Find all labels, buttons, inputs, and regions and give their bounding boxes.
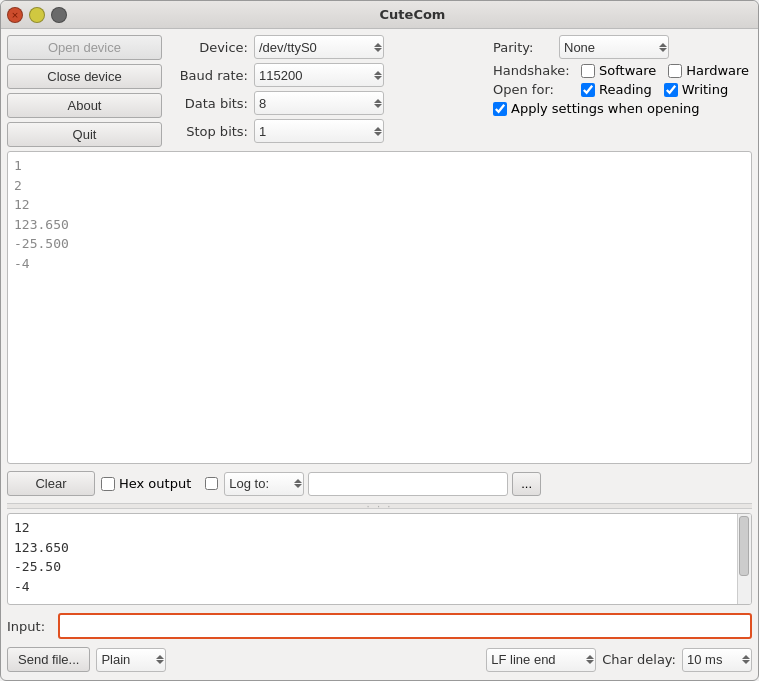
apply-row: Apply settings when opening — [493, 101, 752, 116]
scrollbar-track — [737, 514, 751, 604]
output-area[interactable]: 1212123.650-25.500-4 — [7, 151, 752, 464]
log-to-select[interactable]: Log to: — [224, 472, 304, 496]
output-line: 123.650 — [14, 215, 745, 235]
stopbits-select[interactable]: 1 — [254, 119, 384, 143]
device-row: Device: /dev/ttyS0 — [168, 35, 481, 59]
output-line: 12 — [14, 195, 745, 215]
input-area-line: -4 — [14, 577, 745, 597]
device-select-wrapper: /dev/ttyS0 — [254, 35, 384, 59]
reading-checkbox-item[interactable]: Reading — [581, 82, 652, 97]
plain-select[interactable]: Plain Hex Octal — [96, 648, 166, 672]
apply-settings-checkbox[interactable] — [493, 102, 507, 116]
log-group: Log to: ... — [224, 472, 541, 496]
log-to-checkbox[interactable] — [205, 477, 218, 490]
software-label: Software — [599, 63, 656, 78]
clear-button[interactable]: Clear — [7, 471, 95, 496]
baudrate-select-wrapper: 115200 — [254, 63, 384, 87]
stopbits-select-wrapper: 1 — [254, 119, 384, 143]
reading-label: Reading — [599, 82, 652, 97]
baudrate-row: Baud rate: 115200 — [168, 63, 481, 87]
reading-checkbox[interactable] — [581, 83, 595, 97]
writing-checkbox[interactable] — [664, 83, 678, 97]
delay-select[interactable]: 10 ms 0 ms 1 ms 5 ms 50 ms 100 ms — [682, 648, 752, 672]
databits-select[interactable]: 8 — [254, 91, 384, 115]
close-device-button[interactable]: Close device — [7, 64, 162, 89]
parity-row: Parity: None — [493, 35, 752, 59]
lf-select-wrapper: LF line end CR line end CRLF line end No… — [486, 648, 596, 672]
content-area: Open device Close device About Quit Devi… — [1, 29, 758, 680]
send-file-button[interactable]: Send file... — [7, 647, 90, 672]
writing-checkbox-item[interactable]: Writing — [664, 82, 728, 97]
char-delay-label: Char delay: — [602, 652, 676, 667]
open-device-button[interactable]: Open device — [7, 35, 162, 60]
apply-settings-label: Apply settings when opening — [511, 101, 700, 116]
hardware-checkbox-item[interactable]: Hardware — [668, 63, 749, 78]
parity-select[interactable]: None — [559, 35, 669, 59]
log-path-input[interactable] — [308, 472, 508, 496]
scrollbar-thumb[interactable] — [739, 516, 749, 576]
resizer-handle: · · · — [367, 501, 393, 512]
hardware-checkbox[interactable] — [668, 64, 682, 78]
maximize-button[interactable] — [51, 7, 67, 23]
hex-output-label: Hex output — [119, 476, 191, 491]
stopbits-row: Stop bits: 1 — [168, 119, 481, 143]
handshake-row: Handshake: Software Hardware — [493, 63, 752, 78]
databits-label: Data bits: — [168, 96, 248, 111]
input-section: 12123.650-25.50-4 — [7, 513, 752, 605]
left-buttons: Open device Close device About Quit — [7, 35, 162, 147]
plain-select-wrapper: Plain Hex Octal — [96, 648, 166, 672]
parity-label: Parity: — [493, 40, 553, 55]
main-window: × CuteCom Open device Close device About… — [0, 0, 759, 681]
openfor-label: Open for: — [493, 82, 575, 97]
right-controls: Parity: None Handshake: — [487, 35, 752, 147]
openfor-row: Open for: Reading Writing — [493, 82, 752, 97]
form-area: Device: /dev/ttyS0 Baud rate: — [168, 35, 481, 147]
input-area-line: 123.650 — [14, 538, 745, 558]
input-field[interactable] — [58, 613, 752, 639]
apply-settings-checkbox-item[interactable]: Apply settings when opening — [493, 101, 700, 116]
log-to-select-wrapper: Log to: — [224, 472, 304, 496]
input-label: Input: — [7, 619, 52, 634]
device-select[interactable]: /dev/ttyS0 — [254, 35, 384, 59]
about-button[interactable]: About — [7, 93, 162, 118]
handshake-checkboxes: Software Hardware — [581, 63, 749, 78]
resizer[interactable]: · · · — [7, 503, 752, 509]
openfor-checkboxes: Reading Writing — [581, 82, 728, 97]
baudrate-label: Baud rate: — [168, 68, 248, 83]
stopbits-label: Stop bits: — [168, 124, 248, 139]
input-area-scroll[interactable]: 12123.650-25.50-4 — [8, 514, 751, 604]
hex-output-checkbox-item[interactable]: Hex output — [101, 476, 191, 491]
input-area-line: -25.50 — [14, 557, 745, 577]
hex-output-checkbox[interactable] — [101, 477, 115, 491]
quit-button[interactable]: Quit — [7, 122, 162, 147]
output-line: 1 — [14, 156, 745, 176]
bottom-controls: Send file... Plain Hex Octal LF line end… — [7, 643, 752, 674]
log-browse-button[interactable]: ... — [512, 472, 541, 496]
writing-label: Writing — [682, 82, 728, 97]
baudrate-select[interactable]: 115200 — [254, 63, 384, 87]
output-line: -4 — [14, 254, 745, 274]
input-row: Input: — [7, 613, 752, 639]
top-area: Open device Close device About Quit Devi… — [7, 35, 752, 147]
bottom-toolbar: Clear Hex output Log to: ... — [7, 468, 752, 499]
window-title: CuteCom — [73, 7, 752, 22]
software-checkbox-item[interactable]: Software — [581, 63, 656, 78]
close-button[interactable]: × — [7, 7, 23, 23]
output-line: 2 — [14, 176, 745, 196]
databits-select-wrapper: 8 — [254, 91, 384, 115]
hardware-label: Hardware — [686, 63, 749, 78]
device-label: Device: — [168, 40, 248, 55]
handshake-label: Handshake: — [493, 63, 575, 78]
databits-row: Data bits: 8 — [168, 91, 481, 115]
output-line: -25.500 — [14, 234, 745, 254]
parity-select-wrapper: None — [559, 35, 669, 59]
titlebar: × CuteCom — [1, 1, 758, 29]
software-checkbox[interactable] — [581, 64, 595, 78]
input-area-line: 12 — [14, 518, 745, 538]
minimize-button[interactable] — [29, 7, 45, 23]
delay-select-wrapper: 10 ms 0 ms 1 ms 5 ms 50 ms 100 ms — [682, 648, 752, 672]
lf-select[interactable]: LF line end CR line end CRLF line end No… — [486, 648, 596, 672]
